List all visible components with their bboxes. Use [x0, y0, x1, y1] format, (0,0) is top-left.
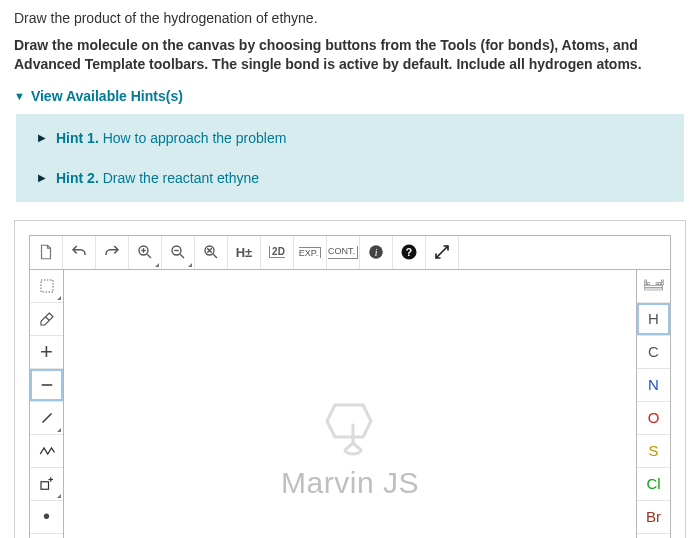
svg-line-5: [180, 255, 184, 259]
expand-group-button[interactable]: EXP.: [294, 236, 327, 269]
caret-right-icon: ▶: [38, 172, 46, 183]
svg-rect-27: [656, 282, 658, 284]
zoom-out-button[interactable]: [162, 236, 195, 269]
atom-s-button[interactable]: S: [637, 435, 670, 468]
increase-charge-button[interactable]: +: [30, 336, 63, 369]
hints-panel: ▶ Hint 1. How to approach the problem ▶ …: [16, 114, 684, 202]
marvin-editor: H± 2D EXP. CONT. i ? +: [29, 235, 671, 538]
single-bond-button[interactable]: [30, 369, 63, 402]
right-toolbar: H C N O S Cl Br I: [636, 270, 670, 538]
about-button[interactable]: i: [360, 236, 393, 269]
marvin-logo-icon: [315, 397, 385, 460]
zoom-reset-button[interactable]: [195, 236, 228, 269]
contract-group-button[interactable]: CONT.: [327, 236, 360, 269]
hint-1[interactable]: ▶ Hint 1. How to approach the problem: [16, 118, 684, 158]
hint-2[interactable]: ▶ Hint 2. Draw the reactant ethyne: [16, 158, 684, 198]
atom-c-button[interactable]: C: [637, 336, 670, 369]
hint-text: How to approach the problem: [103, 130, 287, 146]
svg-rect-19: [41, 482, 49, 490]
marvin-watermark-text: Marvin JS: [281, 466, 419, 500]
periodic-table-button[interactable]: [637, 270, 670, 303]
clean-2d-label: 2D: [269, 246, 285, 258]
drawing-canvas[interactable]: Marvin JS: [64, 270, 636, 538]
top-toolbar: H± 2D EXP. CONT. i ?: [30, 236, 670, 270]
editor-container: H± 2D EXP. CONT. i ? +: [14, 220, 686, 538]
bond-tool-button[interactable]: [30, 402, 63, 435]
atom-h-button[interactable]: H: [637, 303, 670, 336]
svg-rect-15: [41, 280, 53, 292]
svg-line-16: [45, 317, 49, 321]
svg-rect-23: [644, 280, 646, 282]
hint-text: Draw the reactant ethyne: [103, 170, 259, 186]
svg-marker-22: [327, 405, 371, 437]
hint-label: Hint 1.: [56, 130, 99, 146]
caret-right-icon: ▶: [38, 132, 46, 143]
atom-o-button[interactable]: O: [637, 402, 670, 435]
selection-tool-button[interactable]: [30, 270, 63, 303]
radical-tool-button[interactable]: •: [30, 501, 63, 534]
atom-br-button[interactable]: Br: [637, 501, 670, 534]
svg-rect-25: [644, 282, 646, 284]
contract-label: CONT.: [328, 246, 358, 259]
caret-down-icon: ▼: [14, 90, 25, 102]
svg-text:?: ?: [406, 246, 412, 258]
zoom-in-button[interactable]: [129, 236, 162, 269]
new-document-button[interactable]: [30, 236, 63, 269]
chain-tool-button[interactable]: [30, 435, 63, 468]
hint-label: Hint 2.: [56, 170, 99, 186]
atom-i-button[interactable]: I: [637, 534, 670, 538]
help-button[interactable]: ?: [393, 236, 426, 269]
eraser-tool-button[interactable]: [30, 303, 63, 336]
svg-rect-31: [644, 288, 662, 290]
hydrogen-toggle-button[interactable]: H±: [228, 236, 261, 269]
svg-text:i: i: [375, 247, 378, 258]
fullscreen-button[interactable]: [426, 236, 459, 269]
question-line-1: Draw the product of the hydrogenation of…: [14, 10, 686, 26]
atom-cl-button[interactable]: Cl: [637, 468, 670, 501]
clean-2d-button[interactable]: 2D: [261, 236, 294, 269]
undo-button[interactable]: [63, 236, 96, 269]
svg-rect-26: [647, 282, 649, 284]
abbreviation-tool-button[interactable]: A[1]: [30, 534, 63, 538]
svg-rect-24: [661, 280, 663, 282]
question-line-2: Draw the molecule on the canvas by choos…: [14, 36, 686, 74]
svg-line-8: [213, 255, 217, 259]
hints-toggle-label: View Available Hints(s): [31, 88, 183, 104]
expand-label: EXP.: [299, 247, 321, 258]
svg-line-18: [42, 413, 51, 422]
svg-line-1: [147, 255, 151, 259]
svg-rect-30: [644, 285, 662, 287]
left-toolbar: + • A[1]: [30, 270, 64, 538]
redo-button[interactable]: [96, 236, 129, 269]
atom-n-button[interactable]: N: [637, 369, 670, 402]
charge-tool-button[interactable]: [30, 468, 63, 501]
svg-rect-29: [661, 282, 663, 284]
hints-toggle[interactable]: ▼ View Available Hints(s): [14, 88, 686, 104]
svg-rect-28: [658, 282, 660, 284]
